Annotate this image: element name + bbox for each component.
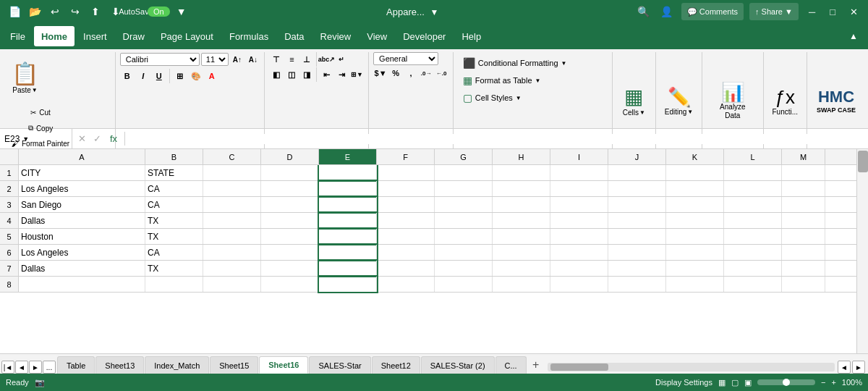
cell[interactable] [782, 277, 825, 292]
name-box[interactable]: E23 ▼ [0, 129, 72, 148]
close-btn[interactable]: ✕ [846, 5, 862, 19]
swap-case-button[interactable]: HMC SWAP CASE [812, 75, 860, 127]
menu-insert[interactable]: Insert [76, 26, 114, 46]
number-format-select[interactable]: General [373, 52, 438, 65]
minimize-btn[interactable]: ─ [804, 5, 820, 19]
cell[interactable] [435, 245, 493, 260]
cell[interactable]: Dallas [19, 213, 145, 228]
cell[interactable] [319, 229, 377, 244]
cell[interactable] [493, 197, 550, 212]
cell[interactable] [261, 261, 319, 276]
cell[interactable] [435, 213, 493, 228]
cell[interactable] [608, 261, 666, 276]
share-btn[interactable]: ↑ Share ▼ [749, 3, 799, 20]
cell-styles-btn[interactable]: ▢ Cell Styles ▼ [458, 90, 527, 106]
col-header-H[interactable]: H [493, 149, 550, 164]
cell[interactable] [724, 197, 782, 212]
cell[interactable] [319, 213, 377, 228]
cell[interactable] [550, 277, 608, 292]
align-bottom-btn[interactable]: ⊥ [299, 52, 314, 67]
cell[interactable] [550, 245, 608, 260]
cell[interactable] [377, 277, 435, 292]
horizontal-scrollbar[interactable] [548, 363, 835, 371]
decrease-decimal-btn[interactable]: ←.0 [434, 66, 448, 80]
font-size-select[interactable]: 11 [201, 53, 229, 66]
col-header-A[interactable]: A [19, 149, 145, 164]
cell[interactable]: CITY [19, 165, 145, 180]
cell[interactable]: Los Angeles [19, 181, 145, 196]
sheet-tab[interactable]: Table [57, 356, 95, 374]
col-header-M[interactable]: M [782, 149, 825, 164]
tab-next-btn[interactable]: ► [29, 361, 42, 374]
autosave-toggle[interactable]: On [148, 7, 170, 17]
row-number[interactable]: 6 [0, 245, 19, 260]
orientation-btn[interactable]: abc↗ [319, 52, 333, 67]
underline-btn[interactable]: U [152, 69, 166, 83]
cell[interactable] [666, 213, 724, 228]
cell[interactable]: CA [145, 197, 203, 212]
cell[interactable] [319, 181, 377, 196]
col-header-L[interactable]: L [724, 149, 782, 164]
sheet-tab[interactable]: C... [495, 356, 527, 374]
cell[interactable] [608, 197, 666, 212]
scroll-right-btn[interactable]: ► [852, 361, 865, 374]
cell[interactable] [550, 229, 608, 244]
zoom-out-btn[interactable]: − [821, 378, 825, 387]
cell[interactable] [435, 261, 493, 276]
align-center-btn[interactable]: ◫ [284, 67, 299, 82]
open-btn[interactable]: 📂 [26, 3, 43, 20]
cell[interactable] [203, 261, 261, 276]
cell[interactable] [493, 245, 550, 260]
menu-help[interactable]: Help [454, 26, 488, 46]
cell[interactable] [666, 181, 724, 196]
ribbon-collapse-btn[interactable]: ▲ [845, 28, 862, 45]
zoom-slider[interactable] [757, 379, 815, 385]
indent-inc-btn[interactable]: ⇥ [334, 67, 349, 82]
col-header-J[interactable]: J [608, 149, 666, 164]
merge-center-btn[interactable]: ⊞▼ [349, 67, 364, 82]
more-commands-btn[interactable]: ▼ [173, 3, 190, 20]
analyze-data-button[interactable]: 📊 Analyze Data [707, 75, 758, 127]
increase-decimal-btn[interactable]: .0→ [419, 66, 433, 80]
cell-mode-icon[interactable]: 📷 [35, 378, 45, 387]
cell[interactable] [261, 213, 319, 228]
row-number[interactable]: 4 [0, 213, 19, 228]
cell[interactable] [319, 261, 377, 276]
cell[interactable] [550, 165, 608, 180]
cell[interactable] [493, 261, 550, 276]
cell[interactable] [319, 245, 377, 260]
cell[interactable] [782, 261, 825, 276]
cell[interactable] [377, 245, 435, 260]
cell[interactable] [608, 165, 666, 180]
cell[interactable] [203, 229, 261, 244]
cell[interactable] [782, 181, 825, 196]
menu-developer[interactable]: Developer [396, 26, 453, 46]
cell[interactable] [666, 277, 724, 292]
cell[interactable] [493, 165, 550, 180]
font-family-select[interactable]: Calibri [120, 53, 200, 66]
cell[interactable] [550, 213, 608, 228]
row-number[interactable]: 7 [0, 261, 19, 276]
cell[interactable] [203, 213, 261, 228]
cell[interactable] [261, 277, 319, 292]
cell[interactable] [261, 165, 319, 180]
cell[interactable] [203, 245, 261, 260]
account-btn[interactable]: 👤 [658, 3, 676, 20]
menu-page-layout[interactable]: Page Layout [153, 26, 221, 46]
cell[interactable]: Houston [19, 229, 145, 244]
cell[interactable] [493, 229, 550, 244]
sheet-tab[interactable]: SALES-Star [309, 356, 370, 374]
add-sheet-btn[interactable]: + [527, 356, 545, 374]
cell[interactable]: Los Angeles [19, 245, 145, 260]
cell[interactable] [608, 229, 666, 244]
cell[interactable] [724, 229, 782, 244]
editing-button[interactable]: ✏️ Editing ▼ [660, 75, 697, 127]
sheet-tab[interactable]: SALES-Star (2) [421, 356, 495, 374]
paste-button[interactable]: 📋 Paste ▼ [7, 52, 43, 104]
cell[interactable] [493, 277, 550, 292]
align-right-btn[interactable]: ◨ [299, 67, 314, 82]
cell[interactable] [319, 277, 377, 292]
comma-btn[interactable]: , [404, 66, 418, 80]
cell[interactable] [19, 277, 145, 292]
sheet-tab[interactable]: Sheet16 [259, 356, 308, 374]
